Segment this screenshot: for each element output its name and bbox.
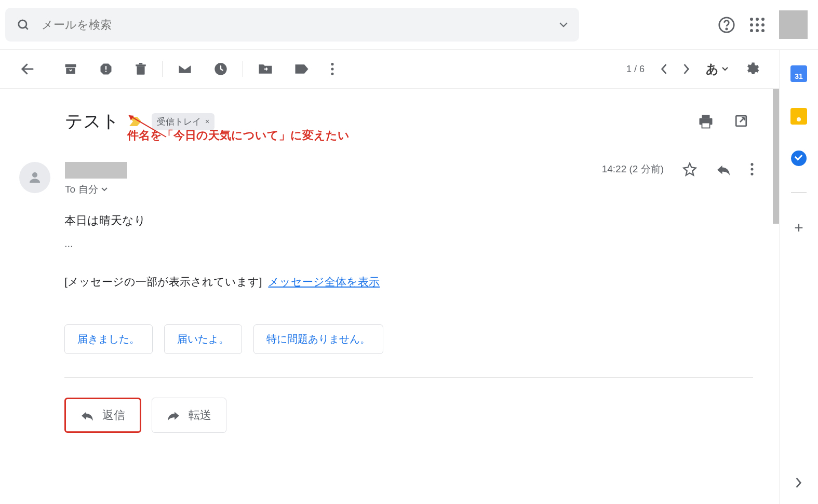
settings-icon[interactable] — [744, 61, 759, 77]
open-new-window-icon[interactable] — [734, 114, 748, 129]
clipped-message: [メッセージの一部が表示されています] メッセージ全体を表示 — [64, 275, 763, 289]
svg-rect-8 — [136, 64, 146, 66]
divider — [64, 377, 753, 378]
apps-grid-icon[interactable] — [750, 18, 765, 32]
view-entire-message-link[interactable]: メッセージ全体を表示 — [268, 276, 380, 288]
header-actions — [718, 10, 813, 39]
calendar-app-icon[interactable]: 31 — [790, 65, 807, 82]
recipient-line[interactable]: To 自分 — [65, 183, 127, 196]
sender-name-redacted — [65, 162, 127, 179]
sender-row: To 自分 14:22 (2 分前) — [19, 162, 763, 196]
email-view: 1 / 6 あ — [0, 50, 779, 504]
svg-line-18 — [129, 115, 166, 137]
svg-point-13 — [331, 73, 333, 75]
message-count: 1 / 6 — [626, 64, 645, 75]
more-actions-icon[interactable] — [750, 162, 754, 176]
star-icon[interactable] — [682, 162, 697, 176]
svg-point-22 — [750, 173, 753, 175]
help-icon[interactable] — [718, 16, 735, 34]
profile-avatar[interactable] — [779, 10, 808, 39]
tasks-app-icon[interactable] — [791, 151, 807, 166]
sidepanel-divider — [791, 192, 807, 193]
body-ellipsis[interactable]: ... — [64, 238, 763, 250]
message-time: 14:22 (2 分前) — [602, 162, 664, 176]
keep-app-icon[interactable] — [790, 108, 807, 125]
reply-icon[interactable] — [716, 163, 731, 175]
svg-point-21 — [750, 168, 753, 170]
svg-line-1 — [25, 26, 28, 29]
snooze-icon[interactable] — [213, 62, 228, 76]
svg-point-3 — [726, 28, 727, 29]
move-to-icon[interactable] — [258, 62, 273, 76]
annotation-arrow-icon — [125, 111, 171, 142]
message-content: テスト 受信トレイ × — [0, 89, 779, 504]
sender-avatar[interactable] — [19, 162, 50, 193]
search-box[interactable] — [5, 8, 579, 42]
svg-point-11 — [331, 63, 333, 65]
header — [0, 0, 818, 49]
add-addon-icon[interactable]: + — [794, 219, 803, 237]
search-icon — [17, 18, 30, 32]
label-icon[interactable] — [294, 63, 310, 75]
forward-button[interactable]: 転送 — [152, 398, 226, 433]
remove-label-icon[interactable]: × — [205, 117, 209, 126]
svg-rect-4 — [65, 64, 76, 67]
input-language-toggle[interactable]: あ — [706, 61, 728, 77]
svg-rect-9 — [139, 63, 143, 64]
reply-button[interactable]: 返信 — [64, 398, 141, 433]
side-panel: 31 + — [779, 50, 818, 504]
svg-rect-6 — [105, 66, 106, 70]
search-input[interactable] — [42, 18, 559, 32]
archive-icon[interactable] — [63, 62, 78, 76]
message-toolbar: 1 / 6 あ — [0, 50, 779, 89]
message-meta: 14:22 (2 分前) — [602, 162, 763, 176]
svg-point-0 — [19, 20, 26, 28]
svg-point-12 — [331, 67, 333, 70]
mark-unread-icon[interactable] — [177, 62, 193, 76]
search-options-dropdown-icon[interactable] — [559, 22, 568, 28]
expand-sidepanel-icon[interactable] — [795, 477, 802, 488]
print-icon[interactable] — [698, 114, 714, 129]
annotation: 件名を「今日の天気について」に変えたい — [127, 128, 350, 143]
forward-arrow-icon — [167, 410, 180, 421]
svg-point-20 — [750, 163, 753, 166]
prev-message-icon[interactable] — [660, 63, 667, 75]
reply-arrow-icon — [81, 410, 94, 421]
more-icon[interactable] — [330, 62, 334, 76]
svg-rect-16 — [702, 123, 710, 128]
spam-icon[interactable] — [99, 62, 113, 76]
svg-rect-7 — [105, 71, 106, 72]
message-body: 本日は晴天なり ... [メッセージの一部が表示されています] メッセージ全体を… — [64, 213, 763, 289]
smart-reply-2[interactable]: 届いたよ。 — [164, 324, 242, 354]
next-message-icon[interactable] — [683, 63, 690, 75]
svg-rect-14 — [702, 115, 710, 118]
back-icon[interactable] — [20, 61, 35, 77]
smart-replies: 届きました。 届いたよ。 特に問題ありません。 — [64, 324, 763, 354]
recipient-dropdown-icon[interactable] — [101, 187, 108, 192]
delete-icon[interactable] — [134, 62, 147, 76]
smart-reply-1[interactable]: 届きました。 — [64, 324, 153, 354]
scrollbar-thumb[interactable] — [773, 89, 779, 224]
action-buttons: 返信 転送 — [64, 398, 763, 433]
svg-point-19 — [32, 172, 37, 178]
smart-reply-3[interactable]: 特に問題ありません。 — [253, 324, 383, 354]
subject-text: テスト — [65, 110, 119, 133]
body-text: 本日は晴天なり — [64, 213, 763, 228]
